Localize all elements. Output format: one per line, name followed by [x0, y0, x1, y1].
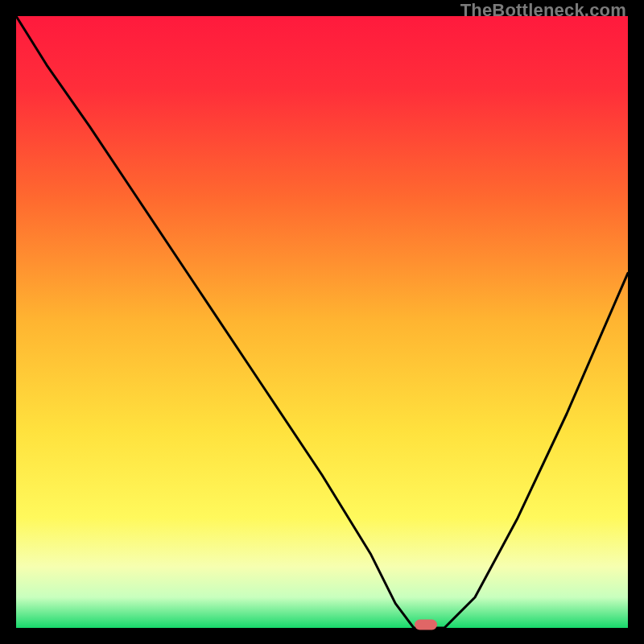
chart-frame: [16, 16, 628, 628]
gradient-background: [16, 16, 628, 628]
watermark-text: TheBottleneck.com: [460, 0, 626, 21]
bottleneck-plot: [16, 16, 628, 628]
optimum-marker: [415, 620, 437, 630]
